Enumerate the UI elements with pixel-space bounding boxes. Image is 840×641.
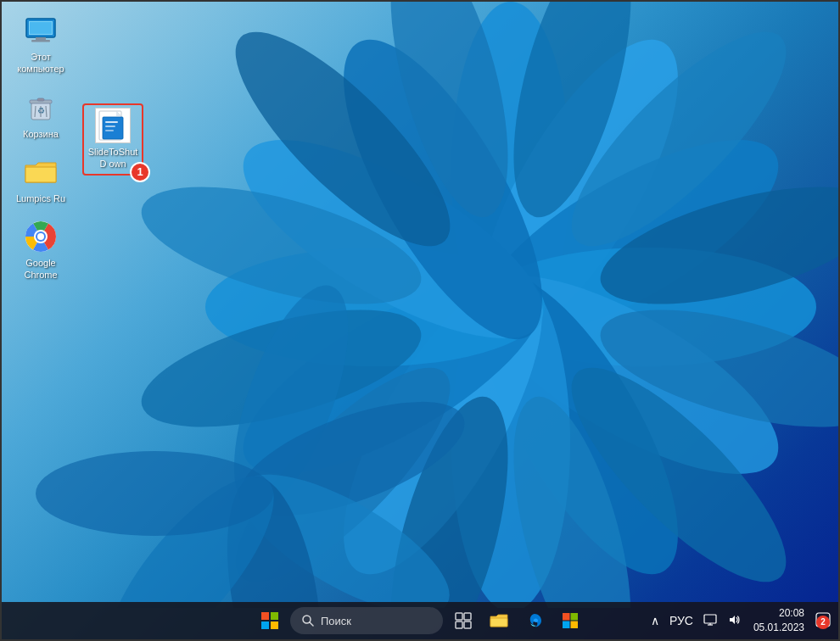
svg-point-28 bbox=[82, 454, 300, 608]
clock-area[interactable]: 20:08 05.01.2023 bbox=[748, 605, 809, 637]
svg-point-25 bbox=[226, 378, 478, 539]
desktop-icons: Этот компьютер ♻ bbox=[10, 10, 71, 285]
svg-point-27 bbox=[211, 470, 336, 608]
search-icon bbox=[302, 615, 314, 627]
svg-rect-56 bbox=[271, 621, 278, 629]
svg-rect-34 bbox=[30, 22, 52, 34]
file-explorer-button[interactable] bbox=[484, 605, 514, 636]
svg-point-2 bbox=[451, 103, 804, 375]
svg-rect-55 bbox=[261, 621, 269, 629]
clock-time: 20:08 bbox=[779, 606, 804, 621]
svg-rect-54 bbox=[271, 612, 278, 620]
svg-point-14 bbox=[589, 163, 838, 327]
svg-point-5 bbox=[442, 248, 714, 600]
badge-2: 2 bbox=[816, 616, 830, 629]
volume-icon[interactable] bbox=[725, 612, 743, 630]
svg-point-47 bbox=[37, 233, 44, 240]
google-chrome-icon bbox=[24, 220, 58, 254]
svg-point-15 bbox=[589, 286, 838, 450]
svg-rect-60 bbox=[464, 613, 471, 620]
svg-rect-32 bbox=[36, 37, 46, 40]
svg-point-19 bbox=[208, 340, 478, 608]
desktop-icon-this-pc[interactable]: Этот компьютер bbox=[10, 10, 71, 79]
taskbar-center: Поиск bbox=[255, 605, 585, 636]
svg-point-16 bbox=[544, 340, 814, 608]
svg-rect-50 bbox=[105, 121, 118, 123]
svg-rect-68 bbox=[704, 615, 716, 623]
svg-point-18 bbox=[367, 385, 531, 608]
slide-to-shutdown-wrapper: SlideToShutD own 1 bbox=[82, 103, 143, 176]
svg-point-12 bbox=[490, 2, 654, 229]
svg-rect-52 bbox=[105, 130, 114, 131]
svg-line-58 bbox=[310, 622, 313, 626]
microsoft-store-button[interactable] bbox=[555, 605, 585, 636]
svg-point-23 bbox=[367, 2, 531, 229]
taskbar-right: ∧ РУС 20:08 bbox=[648, 605, 832, 637]
clock-date: 05.01.2023 bbox=[753, 621, 804, 635]
svg-point-0 bbox=[451, 2, 570, 341]
recycle-bin-label: Корзина bbox=[23, 128, 59, 140]
display-settings-icon[interactable] bbox=[701, 612, 720, 630]
this-pc-label: Этот компьютер bbox=[14, 51, 68, 75]
search-bar[interactable]: Поиск bbox=[290, 607, 443, 634]
svg-point-24 bbox=[210, 272, 372, 524]
svg-rect-49 bbox=[103, 117, 123, 139]
svg-rect-51 bbox=[105, 125, 115, 127]
svg-point-10 bbox=[216, 103, 569, 375]
svg-point-8 bbox=[216, 238, 569, 510]
svg-point-6 bbox=[451, 273, 570, 608]
svg-point-17 bbox=[490, 385, 654, 608]
svg-rect-67 bbox=[571, 621, 579, 629]
svg-point-11 bbox=[306, 13, 579, 365]
task-view-button[interactable] bbox=[448, 605, 479, 636]
desktop-icon-slide-to-shutdown[interactable]: SlideToShutD own 1 bbox=[82, 103, 143, 176]
language-indicator[interactable]: РУС bbox=[667, 612, 696, 629]
svg-point-3 bbox=[477, 248, 816, 366]
svg-point-22 bbox=[208, 4, 478, 274]
lumpics-label: Lumpics Ru bbox=[16, 192, 65, 204]
badge-1: 1 bbox=[130, 162, 150, 182]
desktop: Этот компьютер ♻ bbox=[2, 2, 838, 639]
svg-rect-63 bbox=[490, 618, 507, 627]
notification-badge[interactable]: 2 bbox=[815, 611, 832, 631]
svg-point-20 bbox=[130, 286, 433, 450]
svg-rect-61 bbox=[456, 621, 462, 628]
lumpics-folder-icon bbox=[24, 155, 58, 189]
desktop-icon-recycle-bin[interactable]: ♻ Корзина bbox=[10, 87, 71, 143]
taskbar: Поиск bbox=[2, 602, 838, 639]
svg-rect-65 bbox=[571, 613, 579, 621]
desktop-icon-google-chrome[interactable]: Google Chrome bbox=[10, 216, 71, 285]
recycle-bin-icon: ♻ bbox=[24, 91, 58, 125]
svg-rect-62 bbox=[464, 621, 471, 628]
svg-point-4 bbox=[451, 238, 804, 510]
svg-point-1 bbox=[442, 13, 714, 365]
this-pc-icon bbox=[24, 14, 58, 47]
svg-rect-42 bbox=[25, 167, 56, 182]
svg-rect-66 bbox=[563, 621, 570, 629]
search-label: Поиск bbox=[321, 615, 351, 627]
svg-rect-33 bbox=[31, 40, 50, 42]
svg-rect-64 bbox=[563, 613, 570, 621]
svg-text:♻: ♻ bbox=[37, 106, 45, 115]
svg-point-9 bbox=[205, 248, 545, 366]
svg-point-13 bbox=[544, 4, 814, 274]
svg-rect-59 bbox=[456, 613, 462, 620]
svg-rect-37 bbox=[37, 98, 44, 101]
svg-point-7 bbox=[306, 248, 579, 600]
google-chrome-label: Google Chrome bbox=[14, 257, 68, 281]
svg-point-26 bbox=[221, 449, 468, 608]
system-tray-expand[interactable]: ∧ bbox=[648, 612, 662, 629]
svg-point-21 bbox=[130, 163, 433, 327]
svg-point-29 bbox=[36, 451, 273, 536]
edge-browser-button[interactable] bbox=[519, 605, 550, 636]
svg-rect-53 bbox=[261, 612, 269, 620]
slide-to-shutdown-icon bbox=[96, 109, 130, 142]
desktop-icon-lumpics[interactable]: Lumpics Ru bbox=[10, 152, 71, 208]
start-button[interactable] bbox=[255, 605, 285, 636]
